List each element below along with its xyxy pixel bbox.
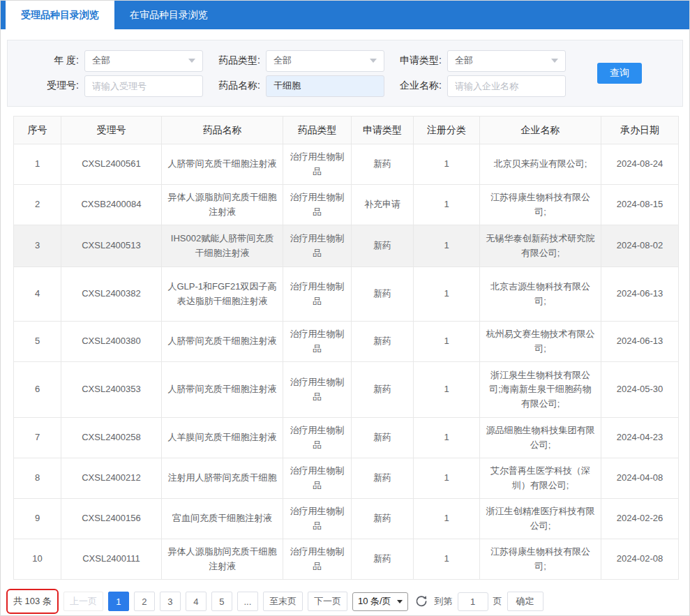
- cell-drug-type: 治疗用生物制品: [283, 144, 352, 185]
- tab-accepted-catalog[interactable]: 受理品种目录浏览: [6, 1, 114, 29]
- search-button[interactable]: 查询: [597, 63, 642, 84]
- cell-apply-type: 补充申请: [352, 185, 414, 225]
- cell-company: 江苏得康生物科技有限公司;: [480, 185, 601, 225]
- ellipsis-button[interactable]: ...: [237, 592, 258, 611]
- header-drug-name: 药品名称: [162, 117, 283, 144]
- refresh-button[interactable]: [413, 593, 430, 610]
- cell-seq: 5: [14, 322, 61, 362]
- apply-type-select-value: 全部: [455, 54, 473, 67]
- page-size-select[interactable]: 10 条/页: [352, 592, 408, 611]
- filter-panel: 年 度: 全部 药品类型: 全部 申请类型: 全部: [7, 40, 683, 107]
- page-button-3[interactable]: 3: [160, 592, 181, 611]
- cell-date: 2024-04-08: [601, 458, 679, 499]
- drug-type-select[interactable]: 全部: [266, 50, 384, 72]
- year-select[interactable]: 全部: [84, 50, 203, 72]
- cell-date: 2024-06-13: [601, 322, 679, 362]
- cell-apply-type: 新药: [352, 144, 414, 185]
- header-company: 企业名称: [480, 117, 601, 144]
- header-apply-type: 申请类型: [352, 117, 414, 144]
- cell-seq: 4: [14, 267, 61, 322]
- cell-drug-name: 人脐带间充质干细胞注射液: [162, 322, 283, 362]
- year-select-value: 全部: [92, 54, 110, 67]
- cell-reg-class: 1: [414, 322, 480, 362]
- cell-acceptance-no: CXSL2400513: [61, 225, 162, 267]
- page-button-4[interactable]: 4: [186, 592, 207, 611]
- table-row: 3 CXSL2400513 IHS002赋能人脐带间充质干细胞注射液 治疗用生物…: [14, 225, 679, 267]
- page: 受理品种目录浏览 在审品种目录浏览 年 度: 全部 药品类型: 全部 申请类型:: [0, 0, 690, 616]
- cell-drug-name: IHS002赋能人脐带间充质干细胞注射液: [162, 225, 283, 267]
- last-page-button[interactable]: 至末页: [263, 592, 303, 611]
- cell-drug-type: 治疗用生物制品: [283, 458, 352, 499]
- cell-reg-class: 1: [414, 499, 480, 539]
- cell-apply-type: 新药: [352, 322, 414, 362]
- cell-drug-type: 治疗用生物制品: [283, 362, 352, 418]
- cell-drug-name: 人脐带间充质干细胞注射液: [162, 362, 283, 418]
- cell-apply-type: 新药: [352, 362, 414, 418]
- cell-company: 源品细胞生物科技集团有限公司;: [480, 418, 601, 458]
- header-reg-class: 注册分类: [414, 117, 480, 144]
- cell-date: 2024-04-23: [601, 418, 679, 458]
- table-row: 5 CXSL2400380 人脐带间充质干细胞注射液 治疗用生物制品 新药 1 …: [14, 322, 679, 362]
- cell-acceptance-no: CXSL2400212: [61, 458, 162, 499]
- table-header-row: 序号 受理号 药品名称 药品类型 申请类型 注册分类 企业名称 承办日期: [14, 117, 679, 144]
- goto-label: 到第: [435, 595, 453, 608]
- cell-seq: 6: [14, 362, 61, 418]
- cell-drug-type: 治疗用生物制品: [283, 499, 352, 539]
- prev-page-button[interactable]: 上一页: [63, 592, 103, 611]
- tab-bar: 受理品种目录浏览 在审品种目录浏览: [1, 1, 689, 29]
- year-label: 年 度:: [26, 54, 84, 67]
- cell-reg-class: 1: [414, 458, 480, 499]
- cell-apply-type: 新药: [352, 458, 414, 499]
- tab-under-review-catalog[interactable]: 在审品种目录浏览: [114, 1, 223, 29]
- drug-name-input[interactable]: [266, 75, 384, 97]
- cell-acceptance-no: CXSB2400084: [61, 185, 162, 225]
- filter-group-company: 企业名称:: [389, 75, 570, 97]
- page-button-5[interactable]: 5: [211, 592, 232, 611]
- filter-group-drug-type: 药品类型: 全部: [207, 50, 389, 72]
- cell-reg-class: 1: [414, 418, 480, 458]
- chevron-down-icon: [370, 59, 377, 63]
- table-row: 7 CXSL2400258 人羊膜间充质干细胞注射液 治疗用生物制品 新药 1 …: [14, 418, 679, 458]
- cell-apply-type: 新药: [352, 418, 414, 458]
- cell-reg-class: 1: [414, 267, 480, 322]
- cell-apply-type: 新药: [352, 539, 414, 580]
- company-input[interactable]: [447, 75, 566, 97]
- cell-drug-type: 治疗用生物制品: [283, 185, 352, 225]
- acceptance-no-label: 受理号:: [26, 80, 84, 92]
- cell-date: 2024-08-15: [601, 185, 679, 225]
- cell-company: 无锡华泰创新药技术研究院有限公司;: [480, 225, 601, 267]
- cell-drug-type: 治疗用生物制品: [283, 225, 352, 267]
- cell-drug-name: 人羊膜间充质干细胞注射液: [162, 418, 283, 458]
- chevron-down-icon: [551, 59, 558, 63]
- cell-reg-class: 1: [414, 362, 480, 418]
- cell-acceptance-no: CXSL2400561: [61, 144, 162, 185]
- cell-acceptance-no: CXSL2400382: [61, 267, 162, 322]
- confirm-button[interactable]: 确定: [507, 592, 543, 611]
- cell-apply-type: 新药: [352, 225, 414, 267]
- cell-seq: 9: [14, 499, 61, 539]
- pagination-total: 共 103 条: [13, 596, 52, 606]
- apply-type-select[interactable]: 全部: [447, 50, 566, 72]
- pagination-bar: 共 103 条 上一页 1 2 3 4 5 ... 至末页 下一页 10 条/页…: [6, 589, 681, 614]
- table-row: 6 CXSL2400353 人脐带间充质干细胞注射液 治疗用生物制品 新药 1 …: [14, 362, 679, 418]
- cell-drug-name: 人脐带间充质干细胞注射液: [162, 144, 283, 185]
- cell-drug-name: 异体人源脂肪间充质干细胞注射液: [162, 185, 283, 225]
- cell-reg-class: 1: [414, 144, 480, 185]
- cell-seq: 10: [14, 539, 61, 580]
- cell-seq: 2: [14, 185, 61, 225]
- header-date: 承办日期: [601, 117, 679, 144]
- cell-apply-type: 新药: [352, 267, 414, 322]
- page-button-1[interactable]: 1: [108, 592, 129, 611]
- page-button-2[interactable]: 2: [134, 592, 155, 611]
- drug-type-label: 药品类型:: [207, 54, 266, 67]
- table-row: 10 CXSL2400111 异体人源脂肪间充质干细胞注射液 治疗用生物制品 新…: [14, 539, 679, 580]
- cell-company: 北京吉源生物科技有限公司;: [480, 267, 601, 322]
- chevron-down-icon: [188, 59, 195, 63]
- goto-page-input[interactable]: [458, 592, 488, 611]
- cell-reg-class: 1: [414, 539, 480, 580]
- table-row: 1 CXSL2400561 人脐带间充质干细胞注射液 治疗用生物制品 新药 1 …: [14, 144, 679, 185]
- next-page-button[interactable]: 下一页: [308, 592, 347, 611]
- cell-drug-type: 治疗用生物制品: [283, 322, 352, 362]
- cell-acceptance-no: CXSL2400111: [61, 539, 162, 580]
- acceptance-no-input[interactable]: [84, 75, 203, 97]
